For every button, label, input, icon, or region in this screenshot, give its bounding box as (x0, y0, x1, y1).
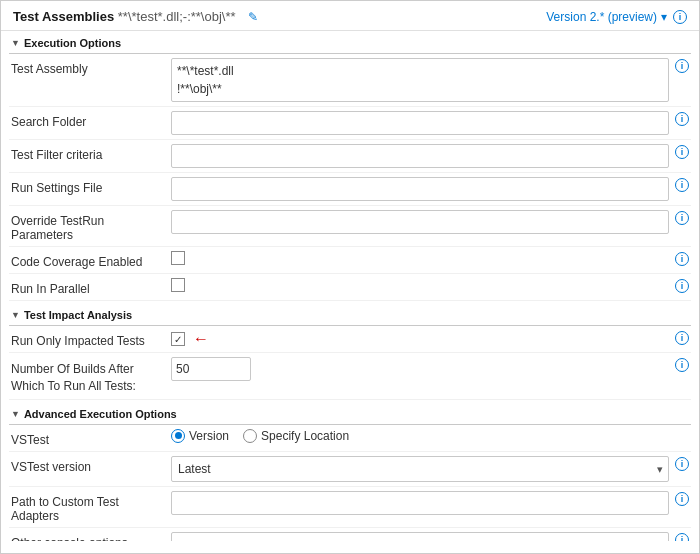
title-pattern: **\*test*.dll;-:**\obj\** (118, 9, 236, 24)
other-console-info[interactable]: i (675, 532, 689, 541)
info-icon[interactable]: i (675, 492, 689, 506)
path-custom-value (171, 491, 669, 515)
run-settings-row: Run Settings File i (9, 173, 691, 206)
run-parallel-checkbox[interactable] (171, 278, 185, 292)
test-filter-info[interactable]: i (675, 144, 689, 159)
path-custom-input[interactable] (171, 491, 669, 515)
version-label: Version 2.* (preview) (546, 10, 657, 24)
vstest-version-label: VSTest version (11, 456, 171, 474)
search-folder-row: Search Folder i (9, 107, 691, 140)
run-only-impacted-checkbox[interactable] (171, 332, 185, 346)
search-folder-info[interactable]: i (675, 111, 689, 126)
info-icon[interactable]: i (675, 59, 689, 73)
chevron-down-icon: ▼ (11, 310, 20, 320)
test-impact-section-header[interactable]: ▼ Test Impact Analysis (9, 303, 691, 326)
test-impact-body: Run Only Impacted Tests ← i Number Of Bu… (9, 326, 691, 402)
vstest-location-label: Specify Location (261, 429, 349, 443)
other-console-input[interactable] (171, 532, 669, 541)
page-header: Test Assemblies **\*test*.dll;-:**\obj\*… (1, 1, 699, 31)
vstest-location-option[interactable]: Specify Location (243, 429, 349, 443)
vstest-version-row: VSTest version Latest 15.0 14.0 i (9, 452, 691, 487)
execution-options-label: Execution Options (24, 37, 121, 49)
advanced-execution-label: Advanced Execution Options (24, 408, 177, 420)
path-custom-row: Path to Custom Test Adapters i (9, 487, 691, 528)
vstest-location-radio[interactable] (243, 429, 257, 443)
test-impact-label: Test Impact Analysis (24, 309, 132, 321)
info-icon[interactable]: i (675, 279, 689, 293)
search-folder-input[interactable] (171, 111, 669, 135)
execution-options-body: Test Assembly **\*test*.dll !**\obj\** i… (9, 54, 691, 303)
num-builds-label: Number Of Builds After Which To Run All … (11, 357, 171, 395)
execution-options-section-header[interactable]: ▼ Execution Options (9, 31, 691, 54)
test-filter-row: Test Filter criteria i (9, 140, 691, 173)
vstest-radio-group: Version Specify Location (171, 429, 349, 443)
override-testrun-value (171, 210, 669, 234)
run-parallel-label: Run In Parallel (11, 278, 171, 296)
vstest-version-value: Latest 15.0 14.0 (171, 456, 669, 482)
info-icon[interactable]: i (675, 252, 689, 266)
info-icon[interactable]: i (675, 457, 689, 471)
chevron-down-icon: ▼ (11, 409, 20, 419)
code-coverage-checkbox[interactable] (171, 251, 185, 265)
override-testrun-row: Override TestRun Parameters i (9, 206, 691, 247)
vstest-version-select-wrap: Latest 15.0 14.0 (171, 456, 669, 482)
vstest-version-option[interactable]: Version (171, 429, 229, 443)
chevron-down-icon: ▼ (11, 38, 20, 48)
override-testrun-label: Override TestRun Parameters (11, 210, 171, 242)
arrow-indicator: ← (193, 330, 209, 348)
info-icon[interactable]: i (675, 145, 689, 159)
search-folder-value (171, 111, 669, 135)
path-custom-label: Path to Custom Test Adapters (11, 491, 171, 523)
other-console-row: Other console options i (9, 528, 691, 541)
path-custom-info[interactable]: i (675, 491, 689, 506)
page-title: Test Assemblies **\*test*.dll;-:**\obj\*… (13, 9, 236, 24)
test-filter-value (171, 144, 669, 168)
code-coverage-info[interactable]: i (675, 251, 689, 266)
run-parallel-row: Run In Parallel i (9, 274, 691, 301)
run-only-impacted-info[interactable]: i (675, 330, 689, 345)
test-assembly-line2: !**\obj\** (177, 80, 663, 98)
search-folder-label: Search Folder (11, 111, 171, 129)
info-icon[interactable]: i (675, 331, 689, 345)
vstest-version-info[interactable]: i (675, 456, 689, 471)
vstest-version-label: Version (189, 429, 229, 443)
run-settings-label: Run Settings File (11, 177, 171, 195)
code-coverage-label: Code Coverage Enabled (11, 251, 171, 269)
override-testrun-input[interactable] (171, 210, 669, 234)
info-icon[interactable]: i (675, 533, 689, 541)
vstest-row: VSTest Version Specify Location (9, 425, 691, 452)
version-dropdown[interactable]: Version 2.* (preview) ▾ (546, 10, 667, 24)
num-builds-info[interactable]: i (675, 357, 689, 372)
info-icon[interactable]: i (675, 211, 689, 225)
run-settings-input[interactable] (171, 177, 669, 201)
test-assembly-row: Test Assembly **\*test*.dll !**\obj\** i (9, 54, 691, 107)
test-filter-label: Test Filter criteria (11, 144, 171, 162)
main-content: ▼ Execution Options Test Assembly **\*te… (1, 31, 699, 541)
info-icon[interactable]: i (675, 358, 689, 372)
vstest-version-select[interactable]: Latest 15.0 14.0 (171, 456, 669, 482)
num-builds-row: Number Of Builds After Which To Run All … (9, 353, 691, 400)
vstest-version-radio[interactable] (171, 429, 185, 443)
version-info-icon[interactable]: i (673, 10, 687, 24)
info-icon[interactable]: i (675, 178, 689, 192)
advanced-execution-section-header[interactable]: ▼ Advanced Execution Options (9, 402, 691, 425)
edit-icon[interactable]: ✎ (248, 10, 258, 24)
num-builds-value (171, 357, 669, 381)
run-settings-value (171, 177, 669, 201)
test-assembly-input[interactable]: **\*test*.dll !**\obj\** (171, 58, 669, 102)
run-only-impacted-value: ← (171, 330, 669, 348)
test-assembly-info[interactable]: i (675, 58, 689, 73)
run-settings-info[interactable]: i (675, 177, 689, 192)
info-icon[interactable]: i (675, 112, 689, 126)
test-filter-input[interactable] (171, 144, 669, 168)
override-testrun-info[interactable]: i (675, 210, 689, 225)
test-assembly-value: **\*test*.dll !**\obj\** (171, 58, 669, 102)
run-only-impacted-row: Run Only Impacted Tests ← i (9, 326, 691, 353)
code-coverage-value (171, 251, 669, 265)
test-assembly-label: Test Assembly (11, 58, 171, 76)
test-assembly-line1: **\*test*.dll (177, 62, 663, 80)
num-builds-input[interactable] (171, 357, 251, 381)
other-console-label: Other console options (11, 532, 171, 541)
run-parallel-info[interactable]: i (675, 278, 689, 293)
vstest-label: VSTest (11, 429, 171, 447)
